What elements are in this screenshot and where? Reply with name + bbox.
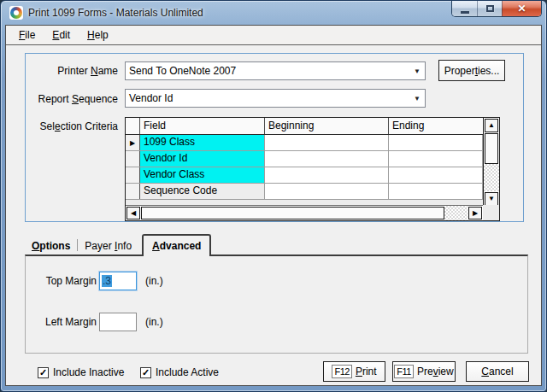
- horizontal-scrollbar-track[interactable]: [444, 206, 468, 220]
- left-margin-input[interactable]: [99, 313, 137, 331]
- selection-criteria-grid: Field Beginning Ending ▶ 1099 Class Vend…: [125, 117, 500, 221]
- vertical-scrollbar[interactable]: ▲ ▼: [483, 118, 499, 207]
- scroll-up-button[interactable]: ▲: [485, 119, 498, 132]
- menu-bar: File Edit Help: [6, 26, 541, 45]
- top-margin-input[interactable]: .3: [99, 272, 137, 290]
- scroll-right-icon: ▶: [473, 210, 478, 217]
- f11-keycap: F11: [394, 365, 414, 378]
- chevron-down-icon[interactable]: ▼: [409, 67, 425, 75]
- scroll-left-button[interactable]: ◀: [126, 207, 140, 219]
- dialog-body: File Edit Help Printer Name Send To OneN…: [5, 25, 542, 386]
- table-row: Vendor Id: [126, 151, 483, 167]
- scroll-right-button[interactable]: ▶: [468, 207, 482, 219]
- table-row: ▶ 1099 Class: [126, 135, 483, 151]
- menu-edit[interactable]: Edit: [44, 26, 79, 44]
- scroll-left-icon: ◀: [131, 210, 136, 217]
- menu-file[interactable]: File: [10, 26, 44, 44]
- grid-header-beginning: Beginning: [265, 118, 389, 134]
- cell-field[interactable]: Sequence Code: [140, 184, 265, 199]
- row-selector[interactable]: ▶: [126, 135, 140, 150]
- advanced-tab-panel: Top Margin .3 (in.) Left Margin (in.): [25, 255, 528, 354]
- maximize-button[interactable]: [477, 1, 502, 16]
- table-row: Sequence Code: [126, 184, 483, 200]
- grid-header-field: Field: [140, 118, 265, 134]
- cell-beginning[interactable]: [265, 135, 389, 150]
- top-margin-label: Top Margin: [26, 275, 97, 287]
- tab-payer-info[interactable]: Payer Info: [78, 237, 138, 255]
- print-button[interactable]: F12 Print: [323, 361, 385, 382]
- tab-advanced[interactable]: Advanced: [142, 234, 211, 256]
- scroll-down-button[interactable]: ▼: [485, 192, 498, 206]
- close-button[interactable]: ✕: [502, 1, 541, 16]
- checkmark-icon: ✓: [142, 368, 150, 377]
- vertical-scrollbar-track[interactable]: [484, 164, 499, 191]
- cell-beginning[interactable]: [265, 151, 389, 167]
- include-active-checkbox[interactable]: ✓: [140, 367, 151, 378]
- scroll-down-icon: ▼: [488, 196, 495, 202]
- minimize-icon: [461, 11, 469, 14]
- row-selector[interactable]: [126, 167, 140, 183]
- checkmark-icon: ✓: [39, 368, 47, 377]
- cell-field[interactable]: Vendor Id: [140, 151, 265, 167]
- f12-keycap: F12: [332, 365, 351, 378]
- tab-strip: Options Payer Info Advanced: [25, 234, 211, 255]
- horizontal-scrollbar[interactable]: ◀ ▶: [126, 205, 483, 220]
- left-margin-unit-label: (in.): [145, 316, 163, 328]
- tab-options[interactable]: Options: [25, 237, 77, 255]
- row-selector[interactable]: [126, 184, 140, 199]
- report-sequence-value: Vendor Id: [126, 92, 409, 104]
- chevron-down-icon[interactable]: ▼: [409, 95, 425, 102]
- top-margin-unit-label: (in.): [145, 275, 163, 287]
- scroll-up-icon: ▲: [488, 122, 495, 129]
- include-inactive-checkbox[interactable]: ✓: [38, 367, 49, 378]
- vertical-scrollbar-thumb[interactable]: [485, 133, 498, 164]
- printer-name-combobox[interactable]: Send To OneNote 2007 ▼: [125, 61, 426, 80]
- include-inactive-label: Include Inactive: [53, 366, 124, 378]
- scrollbar-corner: [483, 205, 499, 220]
- printer-name-label: Printer Name: [32, 65, 118, 77]
- cell-ending[interactable]: [389, 151, 483, 167]
- menu-help[interactable]: Help: [79, 26, 117, 44]
- current-row-pointer-icon: ▶: [130, 139, 135, 147]
- window-title: Print 1099 Forms - Materials Unlimited: [28, 7, 203, 19]
- include-active-label: Include Active: [156, 366, 219, 378]
- cell-ending[interactable]: [389, 184, 483, 199]
- report-sequence-combobox[interactable]: Vendor Id ▼: [125, 89, 426, 108]
- left-margin-label: Left Margin: [26, 316, 97, 328]
- titlebar[interactable]: Print 1099 Forms - Materials Unlimited ✕: [1, 1, 546, 25]
- properties-button[interactable]: Properties...: [438, 60, 505, 81]
- selection-criteria-label: Selection Criteria: [32, 120, 118, 132]
- print-1099-forms-window: Print 1099 Forms - Materials Unlimited ✕…: [0, 0, 547, 392]
- include-active-checkbox-group[interactable]: ✓ Include Active: [140, 366, 219, 378]
- grid-header-ending: Ending: [389, 118, 483, 134]
- cell-beginning[interactable]: [265, 167, 389, 183]
- cell-field[interactable]: 1099 Class: [140, 135, 265, 150]
- top-margin-value-selected: .3: [102, 275, 112, 287]
- close-icon: ✕: [517, 3, 526, 14]
- maximize-icon: [486, 5, 494, 12]
- row-selector[interactable]: [126, 151, 140, 167]
- cell-ending[interactable]: [389, 135, 483, 150]
- horizontal-scrollbar-thumb[interactable]: [141, 207, 444, 219]
- include-inactive-checkbox-group[interactable]: ✓ Include Inactive: [38, 366, 124, 378]
- grid-header-row: Field Beginning Ending: [126, 118, 483, 135]
- report-sequence-label: Report Sequence: [32, 93, 118, 105]
- cell-ending[interactable]: [389, 167, 483, 183]
- cancel-button[interactable]: Cancel: [466, 361, 529, 382]
- minimize-button[interactable]: [452, 1, 477, 16]
- printer-name-value: Send To OneNote 2007: [126, 65, 409, 77]
- cell-field[interactable]: Vendor Class: [140, 167, 265, 183]
- app-icon: [9, 6, 23, 20]
- table-row: Vendor Class: [126, 167, 483, 184]
- grid-header-selector: [126, 118, 140, 134]
- preview-button[interactable]: F11 Preview: [392, 361, 456, 382]
- cell-beginning[interactable]: [265, 184, 389, 199]
- caption-buttons: ✕: [451, 1, 542, 17]
